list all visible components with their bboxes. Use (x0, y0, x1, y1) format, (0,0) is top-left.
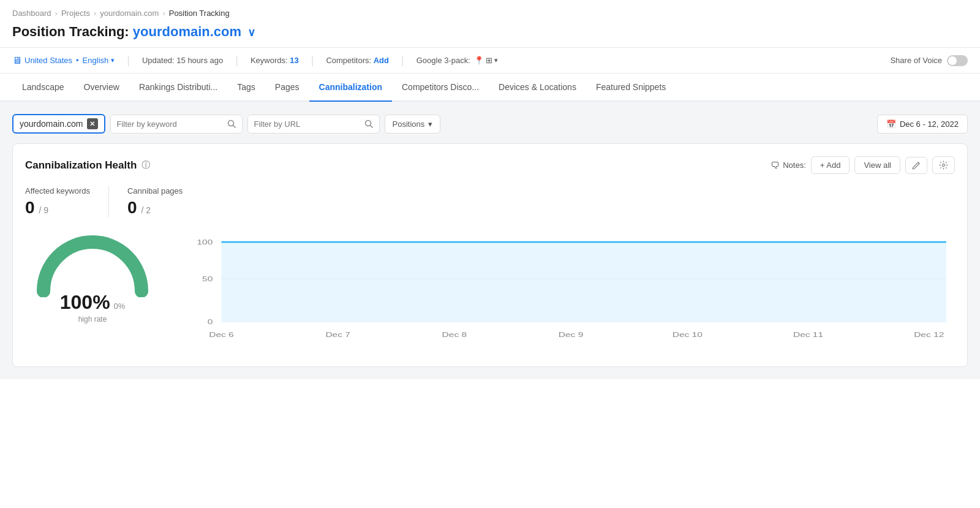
url-filter-input[interactable] (248, 115, 358, 133)
tab-featured[interactable]: Featured Snippets (586, 74, 676, 100)
card-actions: 🗨 Notes: + Add View all (771, 156, 955, 174)
cannibal-pages-total: / 2 (141, 205, 151, 215)
line-chart-svg: 100 50 0 Dec 6 Dec 7 Dec 8 Dec 9 Dec 10 (178, 230, 955, 352)
flag-icon: 🖥 (12, 55, 22, 66)
pin-icon: 📍 (474, 56, 484, 65)
remove-domain-filter-button[interactable]: ✕ (87, 118, 98, 129)
tabs-nav: Landscape Overview Rankings Distributi..… (0, 74, 980, 102)
stats-row: Affected keywords 0 / 9 Cannibal pages 0… (25, 186, 955, 218)
share-of-voice-label: Share of Voice (890, 56, 942, 65)
svg-line-3 (370, 126, 372, 128)
svg-text:Dec 10: Dec 10 (673, 331, 703, 338)
google-pack-selector: Google 3-pack: 📍 ⊞ ▾ (417, 56, 498, 65)
add-note-button[interactable]: + Add (811, 156, 850, 174)
search-icon (364, 119, 373, 128)
svg-text:50: 50 (202, 275, 213, 282)
domain-tag-label: yourdomain.com (20, 119, 83, 129)
tab-cannibalization[interactable]: Cannibalization (309, 74, 392, 100)
gauge-svg (31, 230, 154, 297)
grid-icon: ⊞ (486, 56, 492, 65)
breadcrumb-projects[interactable]: Projects (61, 9, 90, 18)
cannibal-pages-stat: Cannibal pages 0 / 2 (108, 186, 201, 218)
keyword-filter-input[interactable] (111, 115, 221, 133)
add-competitor-link[interactable]: Add (374, 56, 389, 65)
affected-keywords-stat: Affected keywords 0 / 9 (25, 186, 108, 218)
cannibal-pages-label: Cannibal pages (127, 186, 183, 195)
keyword-filter[interactable] (110, 115, 243, 134)
language-text: English (83, 56, 109, 65)
affected-keywords-total: / 9 (39, 205, 48, 215)
edit-button[interactable] (905, 157, 927, 174)
edit-icon (912, 161, 921, 170)
keywords-count: Keywords: 13 (251, 56, 299, 65)
cannibal-pages-value: 0 (127, 198, 137, 217)
line-chart: 100 50 0 Dec 6 Dec 7 Dec 8 Dec 9 Dec 10 (178, 230, 955, 354)
tab-rankings[interactable]: Rankings Distributi... (129, 74, 227, 100)
share-of-voice-switch[interactable] (947, 55, 968, 66)
svg-text:Dec 9: Dec 9 (559, 331, 583, 338)
notes-icon: 🗨 (771, 160, 780, 170)
affected-keywords-value: 0 (25, 198, 35, 217)
breadcrumb-dashboard[interactable]: Dashboard (12, 9, 51, 18)
share-of-voice-toggle: Share of Voice (890, 55, 968, 66)
date-range-label: Dec 6 - 12, 2022 (900, 119, 959, 129)
positions-filter[interactable]: Positions ▾ (385, 115, 441, 134)
url-search-button[interactable] (358, 115, 379, 132)
search-icon (227, 119, 236, 128)
svg-text:Dec 11: Dec 11 (793, 331, 823, 338)
svg-text:Dec 6: Dec 6 (209, 331, 233, 338)
view-all-button[interactable]: View all (854, 156, 900, 174)
cannibalization-health-card: Cannibalization Health ⓘ 🗨 Notes: + Add … (12, 143, 968, 367)
last-updated: Updated: 15 hours ago (142, 56, 223, 65)
breadcrumb-current: Position Tracking (169, 9, 230, 18)
svg-line-1 (233, 126, 235, 128)
svg-text:0: 0 (208, 318, 213, 325)
location-chevron-icon: ▾ (111, 56, 115, 64)
page-title-domain: yourdomain.com (133, 24, 241, 39)
svg-text:100: 100 (197, 238, 213, 246)
card-title: Cannibalization Health ⓘ (25, 159, 150, 172)
tab-landscape[interactable]: Landscape (12, 74, 74, 100)
gauge-chart: 100% 0% high rate (25, 230, 160, 324)
google-pack-chevron-icon[interactable]: ▾ (494, 56, 498, 64)
gauge-label: high rate (60, 315, 126, 324)
affected-keywords-label: Affected keywords (25, 186, 90, 195)
keyword-search-button[interactable] (221, 115, 242, 132)
svg-marker-11 (221, 242, 946, 322)
url-filter[interactable] (247, 115, 380, 134)
main-content: yourdomain.com ✕ (0, 102, 980, 379)
location-text: United States (24, 56, 72, 65)
gear-icon (939, 161, 948, 170)
info-icon[interactable]: ⓘ (141, 160, 150, 171)
location-selector[interactable]: 🖥 United States • English ▾ (12, 55, 115, 66)
competitors-section: Competitors: Add (326, 56, 389, 65)
date-range-picker[interactable]: 📅 Dec 6 - 12, 2022 (877, 115, 968, 134)
filter-bar: yourdomain.com ✕ (12, 114, 968, 134)
tab-overview[interactable]: Overview (74, 74, 129, 100)
svg-point-4 (943, 164, 945, 167)
toolbar: 🖥 United States • English ▾ | Updated: 1… (0, 47, 980, 74)
breadcrumb-domain[interactable]: yourdomain.com (100, 9, 159, 18)
tab-tags[interactable]: Tags (227, 74, 265, 100)
chart-row: 100% 0% high rate 100 50 (25, 230, 955, 354)
gauge-percentage: 100% (60, 291, 110, 313)
svg-text:Dec 8: Dec 8 (442, 331, 467, 338)
svg-text:Dec 12: Dec 12 (914, 331, 944, 338)
calendar-icon: 📅 (886, 119, 896, 129)
positions-label: Positions (393, 119, 425, 129)
tab-competitors[interactable]: Competitors Disco... (392, 74, 489, 100)
breadcrumb: Dashboard › Projects › yourdomain.com › … (0, 0, 980, 21)
tab-pages[interactable]: Pages (265, 74, 309, 100)
page-title-prefix: Position Tracking: (12, 24, 129, 39)
domain-filter-tag: yourdomain.com ✕ (12, 114, 105, 134)
card-header: Cannibalization Health ⓘ 🗨 Notes: + Add … (25, 156, 955, 174)
notes-label: 🗨 Notes: (771, 160, 806, 170)
page-title: Position Tracking: yourdomain.com ∨ (0, 21, 980, 47)
tab-devices[interactable]: Devices & Locations (489, 74, 586, 100)
domain-chevron[interactable]: ∨ (247, 26, 255, 39)
settings-button[interactable] (932, 156, 955, 174)
gauge-small-pct: 0% (113, 301, 125, 311)
svg-text:Dec 7: Dec 7 (325, 331, 350, 338)
positions-chevron-icon: ▾ (428, 119, 432, 129)
